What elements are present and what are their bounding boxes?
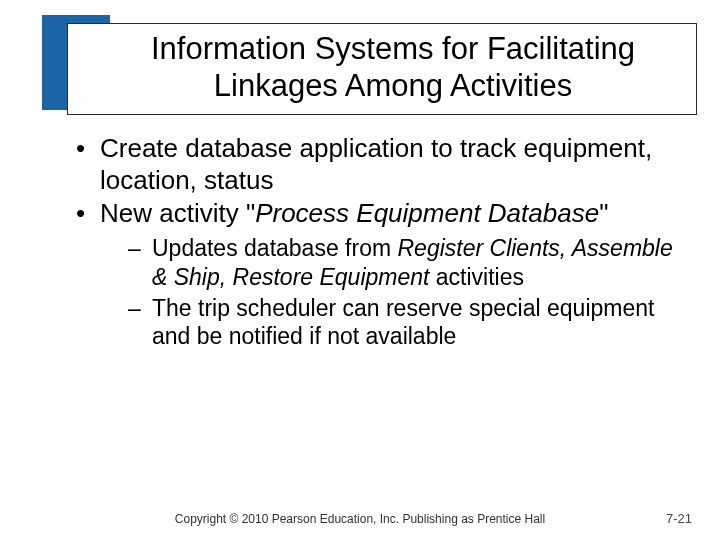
title-line-1: Information Systems for Facilitating	[151, 31, 635, 66]
bullet-list: Create database application to track equ…	[70, 133, 690, 351]
copyright-footer: Copyright © 2010 Pearson Education, Inc.…	[0, 512, 720, 526]
slide: Information Systems for Facilitating Lin…	[0, 0, 720, 540]
sub-bullet-item: Updates database from Register Clients, …	[126, 234, 690, 292]
slide-header: Information Systems for Facilitating Lin…	[42, 15, 697, 115]
sub-bullet-pre: Updates database from	[152, 235, 397, 261]
sub-bullet-post: activities	[429, 264, 524, 290]
copyright-text: Copyright © 2010 Pearson Education, Inc.…	[175, 512, 545, 526]
title-box: Information Systems for Facilitating Lin…	[67, 23, 697, 115]
bullet-text-ital: Process Equipment Database	[255, 198, 599, 228]
sub-bullet-list: Updates database from Register Clients, …	[100, 234, 690, 351]
sub-bullet-text: The trip scheduler can reserve special e…	[152, 295, 654, 350]
bullet-text-post: "	[599, 198, 608, 228]
slide-title: Information Systems for Facilitating Lin…	[108, 30, 678, 104]
sub-bullet-item: The trip scheduler can reserve special e…	[126, 294, 690, 352]
bullet-item: Create database application to track equ…	[70, 133, 690, 196]
body-content: Create database application to track equ…	[70, 133, 690, 353]
bullet-text-pre: New activity "	[100, 198, 255, 228]
page-number: 7-21	[666, 511, 692, 526]
bullet-item: New activity "Process Equipment Database…	[70, 198, 690, 351]
page-number-text: 7-21	[666, 511, 692, 526]
title-line-2: Linkages Among Activities	[214, 68, 572, 103]
bullet-text: Create database application to track equ…	[100, 133, 652, 195]
